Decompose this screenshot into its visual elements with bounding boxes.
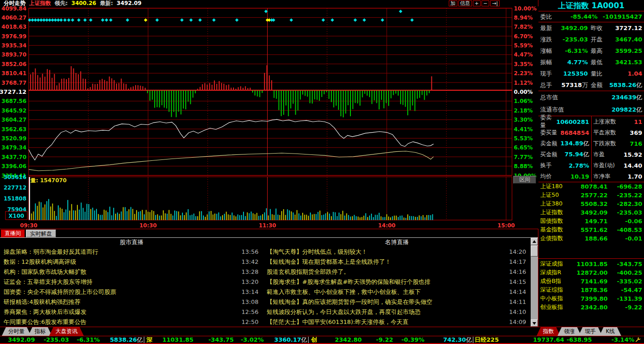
tab-大盘资讯[interactable]: 大盘资讯 xyxy=(49,327,84,336)
tab-领涨[interactable]: 领涨 xyxy=(558,327,581,336)
svg-text:4018.63: 4018.63 xyxy=(1,24,26,30)
news-item[interactable]: 国资委：央企不得减持所控股上市公司股票13:14 xyxy=(0,287,263,297)
status-number: 19737.64 xyxy=(533,336,564,343)
field-value: 5838.26亿 xyxy=(609,81,642,89)
scroll-down-icon[interactable] xyxy=(531,319,538,327)
status-value: 3492.09 xyxy=(6,336,35,343)
index-row[interactable]: 深证成指11031.85-343.75 xyxy=(538,260,644,268)
tab-现手[interactable]: 现手 xyxy=(578,327,602,336)
index-change: -0.01 xyxy=(608,235,642,242)
status-value: 5838.26亿 xyxy=(100,336,142,344)
index-change: -400.25 xyxy=(608,269,642,276)
status-number: 3360.17 xyxy=(274,336,301,343)
news-item[interactable]: 股道玄机股指期货全部跌停了。14:16 xyxy=(263,267,531,277)
index-row[interactable]: 中小板指7399.80-131.39 xyxy=(538,294,644,303)
news-item[interactable]: 【短线淘金】现在期货都基本上是全线跌停了！14:17 xyxy=(263,257,531,267)
field-label: 下跌家数 xyxy=(593,140,620,148)
wrench-icon[interactable] xyxy=(634,336,641,343)
news-item[interactable]: 【股海求生】#股海求生解盘#昨天强势的保险和银行个股也排14:15 xyxy=(263,277,531,287)
svg-text:8.88%: 8.88% xyxy=(514,163,533,169)
svg-text:5.59%: 5.59% xyxy=(514,42,533,49)
news-item[interactable]: 【短线淘金】真的应该把期货暂停一段时间，确实是在带头做空14:11 xyxy=(263,297,531,307)
news-item[interactable]: 证监会：五举措支持大股东等增持13:20 xyxy=(0,277,263,287)
field-value-unit: 万 xyxy=(582,82,588,88)
news-column-bloggers: 名博直播 【淘气天尊】分时线低点，级别较大！14:20【短线淘金】现在期货都基本… xyxy=(263,238,531,327)
field-value: 716 xyxy=(620,140,643,147)
scrollbar-thumb[interactable] xyxy=(531,246,538,257)
index-row[interactable]: 基金指数5571.62-408.53 xyxy=(538,226,644,234)
index-row[interactable]: 深证综指1878.36-54.47 xyxy=(538,286,644,294)
index-name: 上证50 xyxy=(540,191,573,199)
news-item-title: 证监会：五举措支持大股东等增持 xyxy=(4,277,238,287)
index-row[interactable]: 创业板指2342.80-9.22 xyxy=(538,303,644,312)
news-item[interactable]: 操盘策略：弱市淘金最好反其道而行13:56 xyxy=(0,247,263,257)
status-separator xyxy=(308,337,309,343)
index-row[interactable]: 成份B指7141.69-335.02 xyxy=(538,277,644,286)
status-value: -3.14% xyxy=(592,336,634,343)
svg-text:3604.27: 3604.27 xyxy=(1,117,26,123)
quote-row: 委卖量10600281上涨家数11 xyxy=(538,116,644,127)
news-item-title: 操盘策略：弱市淘金最好反其道而行 xyxy=(4,247,238,257)
status-value: -6.31% xyxy=(69,336,100,343)
news-item[interactable]: 数据：12股获机构调高评级13:42 xyxy=(0,257,263,267)
index-row[interactable]: 上证3805508.32-282.30 xyxy=(538,200,644,208)
news-item[interactable]: 午间重要公告:6股发布重要公告12:50 xyxy=(0,317,263,327)
svg-text:3437.70: 3437.70 xyxy=(1,154,26,160)
news-item-time: 13:14 xyxy=(242,287,259,297)
svg-text:75904: 75904 xyxy=(7,206,26,213)
field-label: 最低 xyxy=(591,58,609,67)
field-value: 3727.12 xyxy=(609,25,642,31)
index-row[interactable]: 国债指数149.71-0.06 xyxy=(538,217,644,226)
index-row[interactable]: 上证指数3492.09-235.03 xyxy=(538,208,644,217)
news-item[interactable]: 短线波段分析认为，今日大盘以大跌开盘，再度引起市场恐14:10 xyxy=(263,307,531,317)
field-value: -85.44% xyxy=(558,13,598,20)
index-row[interactable]: 深成指R12872.00-400.25 xyxy=(538,268,644,277)
news-item[interactable]: 机构：国家队救市战场大幅扩散13:28 xyxy=(0,267,263,277)
svg-text:3645.92: 3645.92 xyxy=(1,108,26,114)
tab-指标[interactable]: 指标 xyxy=(28,327,52,336)
step-right-icon[interactable]: →| xyxy=(490,0,500,6)
index-name: 创业板指 xyxy=(540,303,573,311)
scroll-up-icon[interactable] xyxy=(531,238,538,245)
news-scrollbar[interactable] xyxy=(531,238,538,327)
quote-cell: 下跌家数716 xyxy=(591,138,644,149)
index-row[interactable]: 上证502577.22-235.22 xyxy=(538,191,644,200)
svg-text:量: 1547070: 量: 1547070 xyxy=(30,177,66,184)
field-value: 125350 xyxy=(558,70,588,77)
news-item-title: 机构：国家队救市战场大幅扩散 xyxy=(4,267,238,277)
trading-app-window: 分时走势上证指数领先:3400.26最新:3492.09加信息+−→| 4099… xyxy=(0,0,644,344)
zoom-out-icon[interactable]: − xyxy=(482,0,489,6)
news-item[interactable]: 研报精选:4股获机构强烈推荐13:08 xyxy=(0,297,263,307)
tab-live-room[interactable]: 直播间 xyxy=(1,230,25,237)
status-number: 5838.26 xyxy=(110,336,137,343)
tab-指数[interactable]: 指数 xyxy=(537,327,560,336)
news-item[interactable]: 【茫茫大士】中国平安(601318):昨天涨停板，今天直14:09 xyxy=(263,317,531,327)
index-name: 基金指数 xyxy=(540,226,573,234)
index-row[interactable]: 企债指数188.66-0.01 xyxy=(538,234,644,243)
news-item-time: 14:11 xyxy=(509,297,526,307)
index-change: -235.22 xyxy=(608,192,642,199)
field-value: 57318万 xyxy=(558,81,588,89)
tab-realtime-commentary[interactable]: 实时解盘 xyxy=(26,230,56,237)
news-item[interactable]: 券商聚焦：两大板块后市或爆发12:56 xyxy=(0,307,263,317)
status-separator xyxy=(144,337,144,343)
zoom-in-icon[interactable]: + xyxy=(473,0,481,6)
svg-text:4099.84: 4099.84 xyxy=(1,6,26,12)
quote-cell: 市盈(动)14.40 xyxy=(591,160,644,171)
index-change: -235.03 xyxy=(608,209,642,216)
add-button[interactable]: 加 xyxy=(449,0,457,6)
index-name: 中小板指 xyxy=(540,295,573,303)
tab-K线[interactable]: K线 xyxy=(599,327,621,336)
range-button[interactable]: 区间 xyxy=(513,176,536,184)
info-button[interactable]: 信息 xyxy=(458,0,472,6)
news-item[interactable]: 【淘气天尊】分时线低点，级别较大！14:20 xyxy=(263,247,531,257)
news-item-time: 14:15 xyxy=(509,277,526,287)
svg-text:6.65%: 6.65% xyxy=(514,144,533,151)
order-stats-section: 委卖量10600281上涨家数11委买量8684854平盘家数369卖金额134… xyxy=(538,116,644,182)
news-item-time: 13:56 xyxy=(242,247,259,257)
tab-分时量[interactable]: 分时量 xyxy=(2,327,31,336)
news-item[interactable]: 範進入市救主板、中小创业板下挫，救中小创业板、主板下14:14 xyxy=(263,287,531,297)
index-row[interactable]: 上证1808078.41-696.28 xyxy=(538,182,644,191)
quote-row: 涨幅-6.31%最高3599.25 xyxy=(538,45,644,56)
status-number: -6.31% xyxy=(77,336,100,343)
